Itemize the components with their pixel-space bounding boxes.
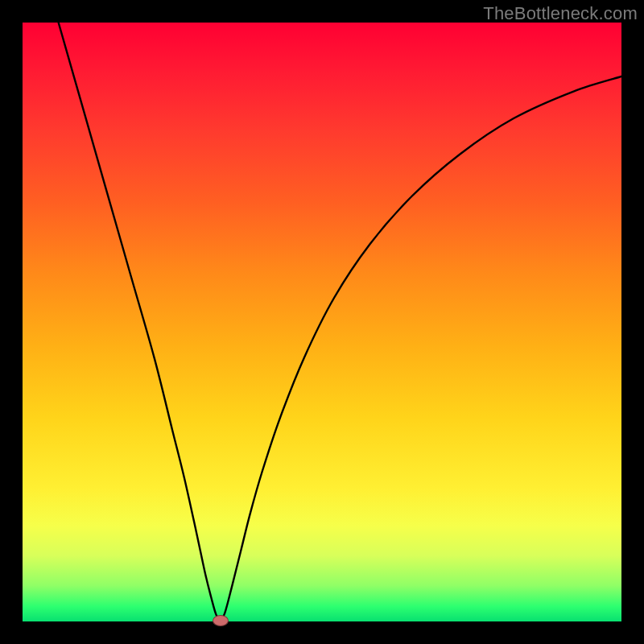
curve-svg [23, 23, 621, 621]
chart-frame: TheBottleneck.com [0, 0, 644, 644]
watermark-text: TheBottleneck.com [483, 3, 638, 24]
min-marker [213, 615, 229, 626]
plot-area [23, 23, 621, 621]
